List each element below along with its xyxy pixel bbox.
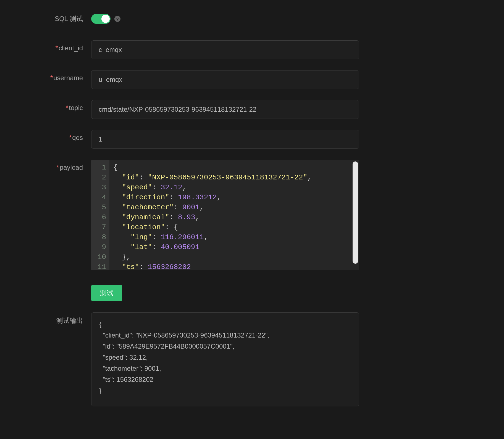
topic-input[interactable] — [91, 100, 359, 119]
output-label: 测试输出 — [30, 312, 91, 325]
payload-editor[interactable]: 1 2 3 4 5 6 7 8 9 10 11 { "id": "NXP-058… — [91, 160, 359, 270]
test-button-row: 测试 — [30, 281, 504, 301]
line-gutter: 1 2 3 4 5 6 7 8 9 10 11 — [91, 160, 109, 270]
client-id-row: *client_id — [30, 40, 504, 59]
qos-input[interactable] — [91, 130, 359, 149]
sql-test-toggle[interactable] — [91, 14, 111, 24]
topic-row: *topic — [30, 100, 504, 119]
help-icon[interactable]: ? — [114, 16, 120, 22]
output-box: { "client_id": "NXP-058659730253-9639451… — [91, 312, 359, 406]
output-row: 测试输出 { "client_id": "NXP-058659730253-96… — [30, 312, 504, 406]
code-body[interactable]: { "id": "NXP-058659730253-96394511813272… — [109, 160, 359, 270]
payload-row: *payload 1 2 3 4 5 6 7 8 9 10 11 { "id":… — [30, 160, 504, 270]
sql-test-row: SQL 测试 ? — [30, 14, 504, 24]
client-id-label: *client_id — [30, 40, 91, 52]
username-label: *username — [30, 70, 91, 82]
editor-scrollbar[interactable] — [353, 161, 358, 264]
username-row: *username — [30, 70, 504, 89]
toggle-knob — [101, 15, 110, 23]
qos-row: *qos — [30, 130, 504, 149]
sql-test-toggle-wrap: ? — [91, 14, 120, 24]
username-input[interactable] — [91, 70, 359, 89]
qos-label: *qos — [30, 130, 91, 142]
payload-label: *payload — [30, 160, 91, 171]
client-id-input[interactable] — [91, 40, 359, 59]
topic-label: *topic — [30, 100, 91, 112]
test-button[interactable]: 测试 — [91, 285, 122, 301]
sql-test-label: SQL 测试 — [30, 14, 91, 23]
